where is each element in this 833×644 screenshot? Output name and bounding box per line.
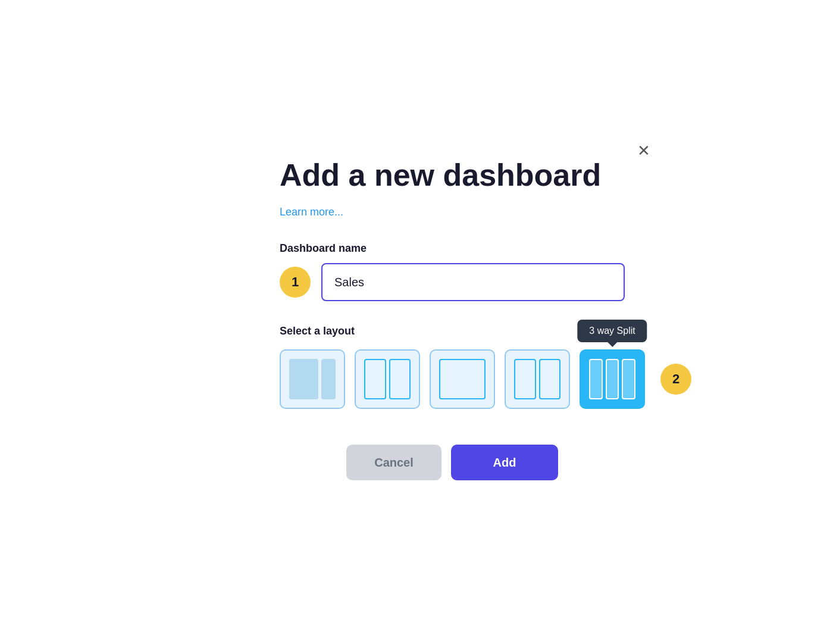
step1-row: 1 [280,263,625,301]
learn-more-link[interactable]: Learn more... [280,206,343,218]
layout-icon-2col-side [512,357,563,402]
close-button[interactable]: ✕ [633,140,654,161]
add-dashboard-modal: ✕ Add a new dashboard Learn more... Dash… [161,122,672,523]
layout-row: 3 way Split 2 [280,349,625,409]
layout-col-3-3 [622,359,635,399]
layout-col-3-2 [606,359,619,399]
layout-col-2 [389,359,411,399]
button-row: Cancel Add [280,445,625,480]
layout-option-unequal-2col[interactable] [280,349,345,409]
layout-option-3col[interactable]: 3 way Split [580,349,645,409]
add-button[interactable]: Add [451,445,558,480]
layout-option-2col-side[interactable] [505,349,570,409]
dashboard-name-input[interactable] [321,263,625,301]
step2-badge: 2 [660,364,691,395]
layout-col-left [289,359,318,399]
layout-icon-3col [587,357,638,402]
layout-icon-single-col [437,357,488,402]
layout-col-1 [364,359,386,399]
layout-col-right [321,359,336,399]
layout-options: 3 way Split [280,349,645,409]
cancel-button[interactable]: Cancel [346,445,441,480]
layout-section: Select a layout [280,325,625,409]
dashboard-name-label: Dashboard name [280,242,625,255]
step1-badge: 1 [280,267,311,298]
layout-icon-unequal-2col [287,357,338,402]
layout-col-single [439,359,486,399]
layout-col-side-2 [539,359,561,399]
layout-label: Select a layout [280,325,625,337]
layout-icon-equal-2col [362,357,413,402]
layout-col-3-1 [589,359,603,399]
modal-title: Add a new dashboard [280,158,625,193]
layout-col-side-1 [514,359,536,399]
close-icon: ✕ [637,143,650,158]
layout-option-single-col[interactable] [430,349,495,409]
layout-option-equal-2col[interactable] [355,349,420,409]
